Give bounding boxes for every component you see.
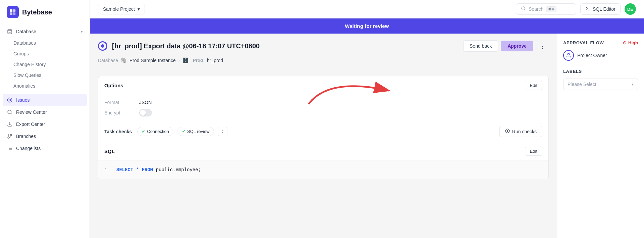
issue-header-actions: Send back Approve ⋮ [463, 40, 549, 52]
sidebar-item-export-center[interactable]: Export Center [3, 118, 87, 130]
groups-label: Groups [13, 51, 29, 56]
sidebar: Bytebase Database ▾ Databases Groups Cha… [0, 0, 90, 238]
sidebar-database-label: Database [16, 29, 36, 34]
approve-button[interactable]: Approve [501, 41, 533, 51]
svg-point-18 [522, 7, 525, 10]
run-checks-icon [505, 129, 510, 134]
issue-status-icon [98, 41, 107, 51]
svg-point-20 [505, 129, 509, 133]
search-shortcut: ⌘K [546, 6, 556, 12]
search-label: Search [529, 6, 543, 12]
labels-chevron-icon: ▾ [632, 82, 634, 87]
issue-status-dot [101, 44, 104, 48]
sql-editor-icon [585, 6, 590, 12]
approval-flow-header: Approval flow ⊙ High [563, 40, 638, 45]
instance-name: Prod Sample Instance [129, 58, 176, 63]
anomalies-label: Anomalies [13, 83, 35, 89]
breadcrumb-database[interactable]: 🗄️ Prod hr_prod [182, 57, 223, 63]
svg-point-7 [8, 110, 11, 114]
options-title: Options [104, 83, 123, 88]
sql-section-header: SQL Edit [98, 142, 548, 160]
labels-select[interactable]: Please Select ▾ [563, 79, 638, 90]
database-icon [7, 29, 13, 35]
labels-section: Labels Please Select ▾ [563, 69, 638, 90]
sidebar-item-groups[interactable]: Groups [9, 48, 87, 59]
sql-review-check-badge: ✓ SQL review [177, 127, 214, 136]
priority-badge: ⊙ High [623, 40, 638, 45]
sidebar-item-changelists[interactable]: Changelists [3, 142, 87, 154]
labels-title: Labels [563, 69, 582, 74]
sidebar-item-change-history[interactable]: Change History [9, 59, 87, 70]
approval-flow-section: Approval flow ⊙ High P [563, 40, 638, 61]
branches-label: Branches [16, 134, 36, 139]
database-submenu: Databases Groups Change History Slow Que… [3, 38, 87, 91]
database-name: hr_prod [207, 58, 223, 63]
connection-check-label: Connection [147, 129, 169, 134]
export-icon [7, 121, 13, 127]
sidebar-item-slow-queries[interactable]: Slow Queries [9, 70, 87, 81]
send-back-button[interactable]: Send back [463, 40, 498, 52]
labels-placeholder: Please Select [568, 82, 596, 87]
expand-checks-button[interactable] [218, 127, 227, 136]
encrypt-toggle[interactable] [139, 109, 152, 116]
topbar-right: Search ⌘K SQL Editor DE [516, 3, 636, 15]
breadcrumb-database-label: Database [98, 58, 118, 63]
options-header: Options Edit [98, 76, 548, 95]
task-checks-label: Task checks [104, 129, 132, 134]
topbar: Sample Project ▾ Search ⌘K [90, 0, 644, 18]
change-history-label: Change History [13, 62, 46, 67]
svg-rect-3 [13, 12, 15, 15]
search-icon [521, 6, 526, 12]
encrypt-label: Encrypt [104, 110, 131, 115]
svg-point-6 [9, 99, 10, 101]
format-row: Format JSON [104, 100, 542, 105]
sql-asterisk: * [136, 167, 142, 173]
issues-label: Issues [16, 97, 30, 103]
encrypt-row: Encrypt [104, 109, 542, 116]
project-name: Sample Project [103, 6, 135, 12]
branches-icon [7, 133, 13, 139]
sql-editor-label: SQL Editor [593, 6, 615, 12]
svg-point-11 [8, 137, 9, 138]
sql-editor-button[interactable]: SQL Editor [580, 3, 621, 15]
svg-rect-0 [10, 9, 12, 12]
instance-db-icon: 🐘 [121, 57, 127, 63]
options-edit-button[interactable]: Edit [525, 81, 542, 90]
breadcrumb-instance[interactable]: 🐘 Prod Sample Instance [121, 57, 176, 63]
issue-wrapper: [hr_prod] Export data @06-18 17:07 UTC+0… [90, 34, 644, 238]
issue-title: [hr_prod] Export data @06-18 17:07 UTC+0… [112, 42, 459, 50]
content-area: Waiting for review [hr_prod] Export data… [90, 18, 644, 238]
sql-review-check-ok-icon: ✓ [182, 129, 185, 134]
app-logo: Bytebase [0, 0, 90, 24]
review-center-label: Review Center [16, 109, 47, 115]
approval-flow-label: Approval flow [563, 40, 604, 45]
sql-from-keyword: FROM [142, 167, 153, 173]
sidebar-item-branches[interactable]: Branches [3, 130, 87, 142]
sidebar-item-database[interactable]: Database ▾ [3, 26, 87, 38]
sidebar-item-anomalies[interactable]: Anomalies [9, 81, 87, 91]
sql-line-number: 1 [104, 166, 110, 174]
project-selector[interactable]: Sample Project ▾ [98, 4, 145, 14]
search-box[interactable]: Search ⌘K [516, 3, 576, 15]
priority-label: High [628, 40, 638, 45]
sidebar-item-databases[interactable]: Databases [9, 38, 87, 48]
sql-edit-button[interactable]: Edit [525, 147, 542, 156]
connection-check-ok-icon: ✓ [142, 129, 145, 134]
options-body: Format JSON Encrypt [98, 95, 548, 121]
svg-point-4 [8, 29, 12, 31]
issues-icon [7, 97, 13, 103]
main-section: Options Edit Format JSON Encrypt [98, 76, 549, 179]
more-options-button[interactable]: ⋮ [536, 40, 549, 52]
waiting-banner: Waiting for review [90, 18, 644, 34]
user-avatar[interactable]: DE [625, 3, 636, 15]
prod-badge: Prod [191, 57, 205, 63]
sidebar-item-review-center[interactable]: Review Center [3, 106, 87, 118]
breadcrumb-separator: › [178, 58, 180, 63]
run-checks-label: Run checks [512, 129, 537, 134]
app-name: Bytebase [22, 8, 52, 16]
format-value: JSON [139, 100, 152, 105]
sidebar-item-issues[interactable]: Issues [3, 94, 87, 106]
run-checks-button[interactable]: Run checks [499, 126, 542, 137]
toggle-knob [140, 110, 146, 116]
right-panel: Approval flow ⊙ High P [557, 34, 644, 238]
